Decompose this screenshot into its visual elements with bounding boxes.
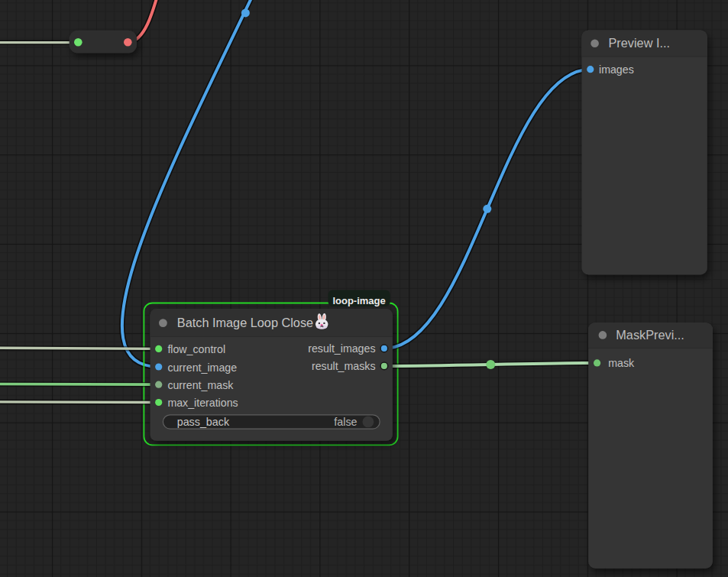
svg-text:false: false	[334, 416, 357, 428]
svg-text:images: images	[599, 63, 634, 76]
svg-text:MaskPrevi...: MaskPrevi...	[616, 328, 684, 342]
svg-text:flow_control: flow_control	[167, 343, 225, 355]
svg-text:mask: mask	[608, 357, 635, 369]
svg-text:Batch Image Loop Close: Batch Image Loop Close	[177, 316, 313, 329]
svg-text:Preview I...: Preview I...	[609, 36, 671, 50]
svg-text:current_image: current_image	[167, 361, 237, 374]
svg-text:result_images: result_images	[308, 342, 375, 355]
svg-text:current_mask: current_mask	[167, 379, 234, 391]
svg-text:pass_back: pass_back	[177, 416, 230, 428]
svg-text:loop-image: loop-image	[332, 295, 385, 306]
svg-text:result_masks: result_masks	[312, 360, 376, 372]
svg-text:max_iterations: max_iterations	[167, 397, 238, 409]
